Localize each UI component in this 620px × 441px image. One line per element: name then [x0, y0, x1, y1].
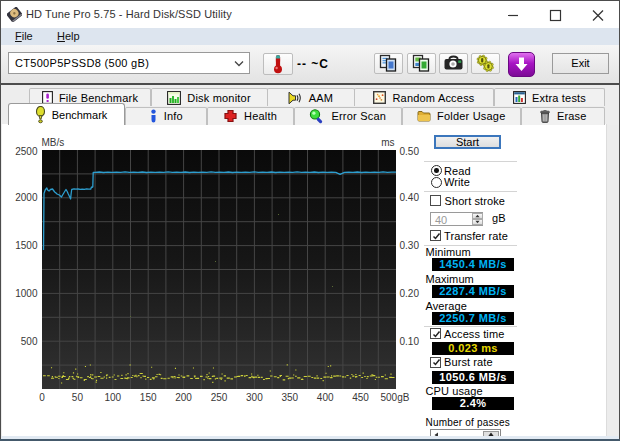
svg-text:50: 50 — [72, 392, 84, 403]
svg-text:500gB: 500gB — [381, 392, 410, 403]
svg-text:250: 250 — [211, 392, 228, 403]
svg-text:0.10: 0.10 — [400, 336, 420, 347]
svg-text:0: 0 — [39, 392, 45, 403]
svg-text:200: 200 — [175, 392, 192, 403]
svg-text:ms: ms — [381, 137, 394, 148]
svg-text:150: 150 — [140, 392, 157, 403]
svg-text:100: 100 — [104, 392, 121, 403]
svg-text:0.30: 0.30 — [400, 240, 420, 251]
svg-text:2000: 2000 — [15, 192, 38, 203]
svg-text:1500: 1500 — [15, 240, 38, 251]
svg-text:MB/s: MB/s — [42, 137, 65, 148]
svg-text:350: 350 — [281, 392, 298, 403]
svg-text:450: 450 — [352, 392, 369, 403]
svg-text:0.20: 0.20 — [400, 288, 420, 299]
svg-text:0.40: 0.40 — [400, 192, 420, 203]
svg-text:400: 400 — [317, 392, 334, 403]
svg-text:1000: 1000 — [15, 288, 38, 299]
svg-text:300: 300 — [246, 392, 263, 403]
svg-text:2500: 2500 — [15, 146, 38, 157]
svg-text:0.50: 0.50 — [400, 146, 420, 157]
svg-text:500: 500 — [21, 336, 38, 347]
